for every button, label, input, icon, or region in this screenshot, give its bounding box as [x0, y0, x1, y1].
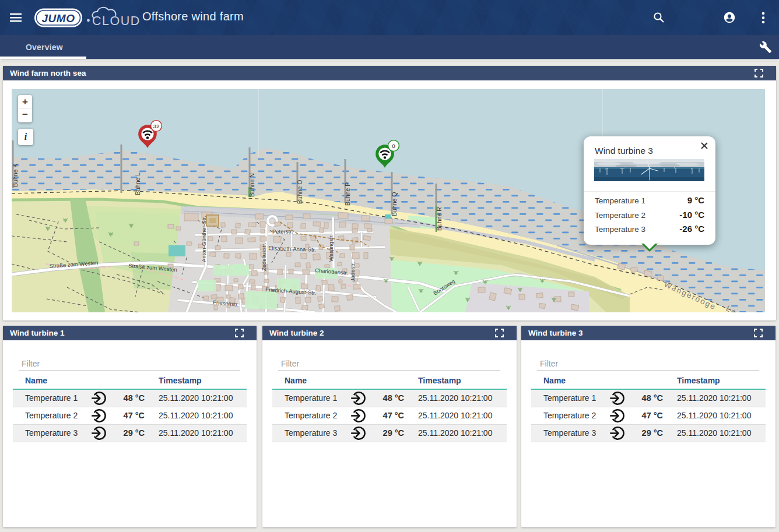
svg-text:Buhne R: Buhne R	[436, 207, 443, 231]
svg-text:Zedeliusstr.: Zedeliusstr.	[261, 242, 267, 271]
svg-text:Buhne K: Buhne K	[12, 164, 19, 187]
svg-text:Westingstr.: Westingstr.	[328, 234, 334, 262]
svg-text:Buhne L: Buhne L	[134, 172, 141, 195]
svg-text:Jadestr.: Jadestr.	[349, 262, 356, 281]
svg-text:Buhne P: Buhne P	[344, 182, 351, 206]
svg-text:0: 0	[392, 143, 395, 149]
svg-text:JUMO: JUMO	[42, 12, 75, 24]
svg-text:Buhne Q: Buhne Q	[391, 192, 398, 216]
svg-text:CLOUD: CLOUD	[92, 14, 141, 28]
svg-text:Buhne N: Buhne N	[248, 173, 255, 197]
svg-text:Peterstr.: Peterstr.	[272, 228, 293, 235]
svg-text:Anton-Günther-Str.: Anton-Günther-Str.	[201, 216, 207, 262]
svg-text:32: 32	[153, 123, 160, 129]
svg-text:Buhne O: Buhne O	[296, 180, 303, 204]
